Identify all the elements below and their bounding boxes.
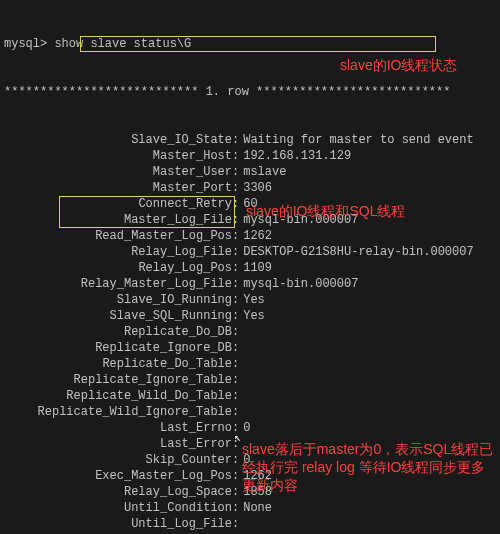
status-value: 192.168.131.129	[239, 148, 351, 164]
status-key: Replicate_Ignore_DB	[0, 340, 232, 356]
status-row: Slave_SQL_Running:Yes	[0, 308, 500, 324]
status-key: Relay_Log_Space	[0, 484, 232, 500]
status-key: Relay_Log_File	[0, 244, 232, 260]
status-key: Relay_Log_Pos	[0, 260, 232, 276]
status-key: Slave_SQL_Running	[0, 308, 232, 324]
status-row: Until_Log_File:	[0, 516, 500, 532]
status-value: None	[239, 500, 272, 516]
status-key: Master_Log_File	[0, 212, 232, 228]
terminal-output: mysql> show slave status\G *************…	[0, 0, 500, 534]
status-key: Replicate_Do_DB	[0, 324, 232, 340]
status-row: Master_Port:3306	[0, 180, 500, 196]
status-value	[239, 340, 243, 356]
annotation-io-sql-thread: slave的IO线程和SQL线程	[246, 202, 405, 220]
cursor-icon: ↖	[234, 430, 241, 446]
status-key: Last_Errno	[0, 420, 232, 436]
status-key: Last_Error	[0, 436, 232, 452]
status-key: Replicate_Wild_Do_Table	[0, 388, 232, 404]
status-value: DESKTOP-G21S8HU-relay-bin.000007	[239, 244, 473, 260]
status-value	[239, 356, 243, 372]
status-row: Replicate_Ignore_DB:	[0, 340, 500, 356]
status-key: Master_Host	[0, 148, 232, 164]
status-key: Replicate_Ignore_Table	[0, 372, 232, 388]
status-row: Slave_IO_Running:Yes	[0, 292, 500, 308]
status-row: Replicate_Wild_Ignore_Table:	[0, 404, 500, 420]
status-value: Waiting for master to send event	[239, 132, 473, 148]
status-key: Slave_IO_State	[0, 132, 232, 148]
status-key: Exec_Master_Log_Pos	[0, 468, 232, 484]
status-value	[239, 324, 243, 340]
status-value: Yes	[239, 292, 265, 308]
annotation-seconds-behind: slave落后于master为0，表示SQL线程已经执行完 relay log …	[242, 440, 498, 494]
status-key: Relay_Master_Log_File	[0, 276, 232, 292]
status-row: Replicate_Do_DB:	[0, 324, 500, 340]
status-key: Skip_Counter	[0, 452, 232, 468]
status-value: mslave	[239, 164, 286, 180]
status-row: Master_User:mslave	[0, 164, 500, 180]
status-row: Read_Master_Log_Pos:1262	[0, 228, 500, 244]
status-key: Slave_IO_Running	[0, 292, 232, 308]
status-row: Relay_Master_Log_File:mysql-bin.000007	[0, 276, 500, 292]
status-value: mysql-bin.000007	[239, 276, 358, 292]
status-row: Replicate_Do_Table:	[0, 356, 500, 372]
status-row: Replicate_Wild_Do_Table:	[0, 388, 500, 404]
status-row: Slave_IO_State:Waiting for master to sen…	[0, 132, 500, 148]
status-value	[239, 404, 243, 420]
status-key: Replicate_Do_Table	[0, 356, 232, 372]
status-value: 3306	[239, 180, 272, 196]
status-row: Until_Condition:None	[0, 500, 500, 516]
status-value	[239, 516, 243, 532]
row-separator: *************************** 1. row *****…	[0, 84, 500, 100]
status-key: Master_Port	[0, 180, 232, 196]
status-row: Master_Host:192.168.131.129	[0, 148, 500, 164]
status-key: Until_Log_File	[0, 516, 232, 532]
status-value: 1109	[239, 260, 272, 276]
mysql-prompt: mysql> show slave status\G	[0, 36, 500, 52]
status-row: Relay_Log_Pos:1109	[0, 260, 500, 276]
status-key: Until_Condition	[0, 500, 232, 516]
status-key: Connect_Retry	[0, 196, 232, 212]
status-row: Last_Errno:0	[0, 420, 500, 436]
status-key: Master_User	[0, 164, 232, 180]
status-value: Yes	[239, 308, 265, 324]
status-value	[239, 372, 243, 388]
status-row: Relay_Log_File:DESKTOP-G21S8HU-relay-bin…	[0, 244, 500, 260]
status-value	[239, 388, 243, 404]
annotation-io-state: slave的IO线程状态	[340, 56, 457, 74]
status-value: 1262	[239, 228, 272, 244]
status-key: Read_Master_Log_Pos	[0, 228, 232, 244]
status-key: Replicate_Wild_Ignore_Table	[0, 404, 232, 420]
status-row: Replicate_Ignore_Table:	[0, 372, 500, 388]
